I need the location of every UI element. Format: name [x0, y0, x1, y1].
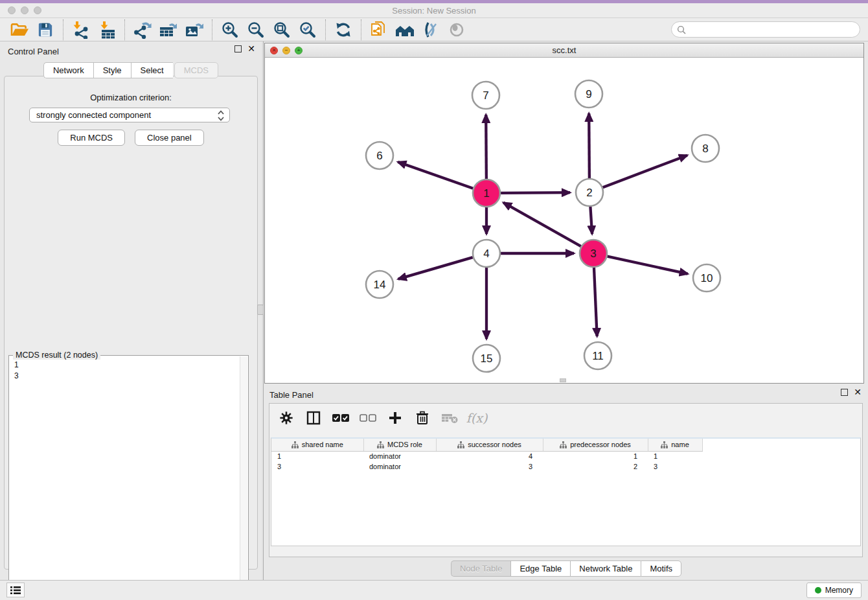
node-label: 8 [702, 143, 708, 155]
search-input[interactable] [686, 23, 860, 36]
column-header-successor-nodes[interactable]: successor nodes [436, 439, 543, 451]
hide-selected-icon[interactable] [418, 19, 444, 41]
tab-network-table[interactable]: Network Table [570, 560, 641, 577]
mcds-result-title: MCDS result (2 nodes) [13, 351, 100, 360]
node-table-body[interactable]: 1dominator4113dominator323 [271, 451, 702, 472]
export-network-icon[interactable] [130, 19, 155, 41]
network-hscroll-thumb[interactable] [560, 378, 566, 382]
column-header-name[interactable]: name [648, 439, 702, 451]
edge-2-3[interactable] [590, 207, 592, 234]
column-header-shared-name[interactable]: shared name [271, 439, 363, 451]
node-2[interactable]: 2 [576, 179, 603, 206]
clone-network-icon[interactable] [366, 19, 392, 41]
splitter-grip[interactable] [257, 305, 264, 315]
tab-select[interactable]: Select [131, 62, 173, 78]
memory-button[interactable]: Memory [806, 583, 862, 598]
table-row[interactable]: 1dominator411 [271, 451, 702, 461]
node-label: 14 [374, 279, 386, 291]
edge-1-7[interactable] [486, 115, 486, 179]
show-hidden-icon[interactable] [444, 19, 470, 41]
apply-function-icon: f(x) [468, 409, 486, 427]
node-10[interactable]: 10 [693, 264, 720, 292]
search-icon [677, 25, 686, 34]
node-1[interactable]: 1 [473, 179, 500, 207]
application-window: Session: New Session [0, 0, 868, 600]
node-table-container: f(x) shared nameMCDS rolesuccessor nodes… [269, 403, 863, 557]
tab-motifs[interactable]: Motifs [641, 560, 681, 577]
table-panel-title: Table Panel [269, 390, 314, 400]
toolbar-separator [212, 19, 212, 40]
column-header-mcds-role[interactable]: MCDS role [363, 439, 436, 451]
run-mcds-button[interactable]: Run MCDS [58, 130, 125, 146]
mcds-result-group: MCDS result (2 nodes) 1 3 [8, 355, 249, 600]
task-history-button[interactable] [6, 583, 25, 597]
network-canvas[interactable]: 7968124314101511 [265, 58, 863, 380]
node-15[interactable]: 15 [473, 345, 500, 372]
zoom-out-icon[interactable] [243, 19, 269, 41]
optimization-criterion-dropdown[interactable]: strongly connected component [29, 108, 230, 122]
zoom-in-icon[interactable] [217, 19, 243, 41]
float-table-panel-icon[interactable] [841, 389, 848, 396]
first-neighbors-icon[interactable] [392, 19, 418, 41]
edge-1-2[interactable] [501, 192, 570, 193]
node-14[interactable]: 14 [366, 271, 393, 298]
close-table-panel-icon[interactable]: ✕ [854, 387, 862, 397]
tab-style[interactable]: Style [93, 62, 131, 78]
import-table-icon[interactable] [94, 19, 120, 41]
close-panel-icon[interactable]: ✕ [247, 44, 255, 53]
add-column-icon[interactable] [386, 409, 404, 427]
save-session-icon[interactable] [32, 19, 58, 41]
delete-column-icon[interactable] [413, 409, 431, 427]
zoom-fit-icon[interactable] [269, 19, 295, 41]
deselect-all-columns-icon[interactable] [359, 409, 377, 427]
import-network-icon[interactable] [68, 19, 94, 41]
tab-node-table[interactable]: Node Table [451, 560, 511, 577]
node-11[interactable]: 11 [584, 342, 611, 369]
column-header-predecessor-nodes[interactable]: predecessor nodes [543, 439, 648, 451]
network-window-titlebar[interactable]: ✕ − + scc.txt [265, 43, 863, 58]
edge-4-14[interactable] [398, 257, 473, 279]
mcds-result-text[interactable]: 1 3 [10, 360, 239, 600]
node-6[interactable]: 6 [366, 142, 393, 169]
export-table-icon[interactable] [155, 19, 181, 41]
tab-mcds[interactable]: MCDS [174, 62, 218, 78]
network-close-button[interactable]: ✕ [270, 47, 278, 54]
edge-3-10[interactable] [607, 257, 687, 274]
chevron-updown-icon [216, 110, 225, 124]
node-label: 9 [586, 88, 591, 100]
search-field[interactable] [671, 21, 860, 38]
memory-label: Memory [825, 586, 853, 595]
table-row[interactable]: 3dominator323 [271, 461, 702, 472]
result-scrollbar[interactable] [240, 356, 247, 600]
main-toolbar [0, 18, 868, 41]
node-9[interactable]: 9 [575, 80, 602, 108]
edge-2-8[interactable] [603, 156, 687, 188]
network-maximize-button[interactable]: + [295, 47, 303, 54]
node-8[interactable]: 8 [692, 135, 719, 162]
edge-1-6[interactable] [398, 162, 473, 189]
node-7[interactable]: 7 [472, 82, 499, 109]
network-minimize-button[interactable]: − [282, 47, 290, 54]
table-settings-icon[interactable] [277, 409, 295, 427]
node-3[interactable]: 3 [580, 240, 607, 267]
edge-2-9[interactable] [589, 113, 589, 178]
float-panel-icon[interactable] [234, 45, 242, 52]
delete-table-icon [440, 409, 459, 427]
edge-3-1[interactable] [503, 203, 581, 246]
node-label: 7 [483, 89, 488, 102]
edge-3-11[interactable] [594, 268, 597, 336]
zoom-selected-icon[interactable] [295, 19, 321, 41]
refresh-view-icon[interactable] [330, 19, 356, 41]
tab-edge-table[interactable]: Edge Table [510, 560, 570, 577]
open-session-icon[interactable] [6, 19, 32, 41]
node-table[interactable]: shared nameMCDS rolesuccessor nodesprede… [271, 437, 861, 546]
toolbar-separator [124, 19, 125, 40]
tab-network[interactable]: Network [43, 62, 93, 78]
toolbar-separator [361, 19, 361, 40]
node-table-header[interactable]: shared nameMCDS rolesuccessor nodesprede… [271, 439, 702, 451]
split-view-icon[interactable] [304, 409, 323, 427]
node-4[interactable]: 4 [473, 240, 500, 267]
close-panel-button[interactable]: Close panel [135, 130, 204, 146]
select-all-columns-icon[interactable] [332, 409, 350, 427]
export-image-icon[interactable] [181, 19, 207, 41]
